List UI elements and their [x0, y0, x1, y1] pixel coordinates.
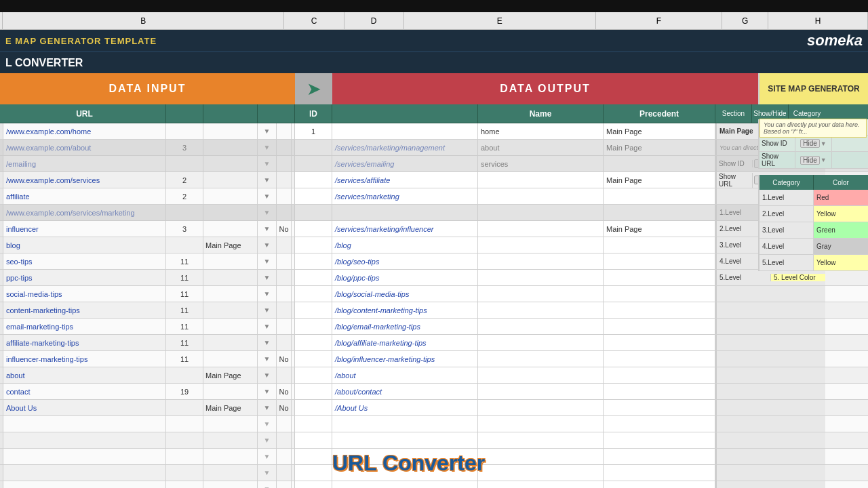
cell-parent[interactable] [203, 123, 258, 139]
cell-dropdown1[interactable]: ▼ [258, 253, 277, 269]
cell-dropdown1[interactable]: ▼ [258, 123, 277, 139]
cell-precedent [604, 270, 715, 285]
cell-id [295, 319, 332, 334]
table-row: social-media-tips 11 ▼ /blog/social-medi… [0, 286, 868, 302]
cell-num: 19 [166, 384, 203, 399]
cell-out-url: /services/emailing [332, 156, 478, 171]
cell-dropdown1[interactable]: ▼ [258, 384, 277, 399]
col-out-url-header [332, 104, 478, 123]
cell-dropdown1[interactable]: ▼ [258, 400, 277, 415]
col-precedent-header: Precedent [604, 104, 715, 123]
cell-no [277, 302, 292, 318]
cell-url[interactable]: affiliate-marketing-tips [3, 335, 166, 350]
cell-name [478, 400, 604, 415]
cell-parent[interactable]: Main Page [203, 237, 258, 253]
col-id-header: ID [295, 104, 332, 123]
cell-name [478, 384, 604, 399]
cell-url[interactable]: influencer [3, 221, 166, 237]
cell-id [295, 140, 332, 155]
cell-dropdown1[interactable]: ▼ [258, 172, 277, 188]
cell-parent[interactable] [203, 351, 258, 367]
cell-parent[interactable] [203, 270, 258, 285]
cell-parent[interactable]: Main Page [203, 367, 258, 383]
cell-parent[interactable] [203, 221, 258, 237]
data-output-header: DATA OUTPUT [332, 73, 758, 104]
note-overlay: You can directly put your data here. Bas… [760, 119, 867, 138]
cell-dropdown1[interactable]: ▼ [258, 367, 277, 383]
cell-num [166, 237, 203, 253]
cell-url[interactable]: /www.example.com/services [3, 172, 166, 188]
cell-parent[interactable] [203, 172, 258, 188]
cell-name [478, 319, 604, 334]
cell-parent[interactable] [203, 253, 258, 269]
cell-dropdown1[interactable]: ▼ [258, 302, 277, 318]
cell-dropdown1[interactable]: ▼ [258, 286, 277, 302]
cell-precedent [604, 335, 715, 350]
cell-name [478, 351, 604, 367]
cell-out-url: /blog/influencer-marketing-tips [332, 351, 478, 367]
settings-panel-cell: 5.Level 5. Level Color [715, 270, 825, 285]
cell-parent[interactable] [203, 205, 258, 220]
cell-precedent: Main Page [604, 123, 715, 139]
cell-url[interactable]: contact [3, 384, 166, 399]
cell-parent[interactable] [203, 302, 258, 318]
empty-row: ▼ [0, 416, 868, 432]
cell-dropdown1[interactable]: ▼ [258, 188, 277, 204]
cell-url[interactable]: affiliate [3, 188, 166, 204]
cell-parent[interactable]: Main Page [203, 400, 258, 415]
cell-url[interactable]: about [3, 367, 166, 383]
cell-dropdown1[interactable]: ▼ [258, 270, 277, 285]
cell-dropdown1[interactable]: ▼ [258, 140, 277, 155]
cell-num [166, 123, 203, 139]
cell-num: 2 [166, 172, 203, 188]
cell-url[interactable]: blog [3, 237, 166, 253]
cell-url[interactable]: influencer-marketing-tips [3, 351, 166, 367]
cell-precedent [604, 384, 715, 399]
cell-parent[interactable] [203, 335, 258, 350]
table-row: affiliate 2 ▼ /services/marketing [0, 188, 868, 205]
cell-parent[interactable] [203, 384, 258, 399]
cell-dropdown1[interactable]: ▼ [258, 335, 277, 350]
cell-url[interactable]: /www.example.com/services/marketing [3, 205, 166, 220]
table-row: /www.example.com/home ▼ 1 home Main Page… [0, 123, 868, 140]
cell-dropdown1[interactable]: ▼ [258, 156, 277, 171]
cell-parent[interactable] [203, 140, 258, 155]
cell-url[interactable]: content-marketing-tips [3, 302, 166, 318]
cell-url[interactable]: /emailing [3, 156, 166, 171]
cell-parent[interactable] [203, 188, 258, 204]
cell-precedent [604, 188, 715, 204]
cell-dropdown1[interactable]: ▼ [258, 351, 277, 367]
app-title: E MAP GENERATOR TEMPLATE [5, 36, 157, 46]
cell-id [295, 286, 332, 302]
table-body: /www.example.com/home ▼ 1 home Main Page… [0, 123, 868, 488]
cell-name [478, 253, 604, 269]
cell-url[interactable]: social-media-tips [3, 286, 166, 302]
cell-parent[interactable] [203, 286, 258, 302]
cell-name [478, 188, 604, 204]
cell-no: No [277, 351, 292, 367]
cell-out-url: /blog/affiliate-marketing-tips [332, 335, 478, 350]
cell-url[interactable]: About Us [3, 400, 166, 415]
cell-id [295, 188, 332, 204]
cell-name: about [478, 140, 604, 155]
col-header-d: D [344, 12, 404, 29]
cell-dropdown1[interactable]: ▼ [258, 221, 277, 237]
cell-url[interactable]: /www.example.com/about [3, 140, 166, 155]
cell-dropdown1[interactable]: ▼ [258, 319, 277, 334]
cell-url[interactable]: email-marketing-tips [3, 319, 166, 334]
cell-name [478, 286, 604, 302]
cell-parent[interactable] [203, 319, 258, 334]
cell-dropdown1[interactable]: ▼ [258, 205, 277, 220]
cell-url[interactable]: ppc-tips [3, 270, 166, 285]
cell-precedent [604, 286, 715, 302]
cell-out-url: /blog/seo-tips [332, 253, 478, 269]
cell-url[interactable]: seo-tips [3, 253, 166, 269]
section-headers: DATA INPUT ➤ DATA OUTPUT SITE MAP GENERA… [0, 73, 868, 104]
cell-parent[interactable] [203, 156, 258, 171]
cell-id [295, 335, 332, 350]
cell-dropdown1[interactable]: ▼ [258, 237, 277, 253]
empty-row: ▼ [0, 481, 868, 488]
cell-url[interactable]: /www.example.com/home [3, 123, 166, 139]
cell-num: 3 [166, 140, 203, 155]
table-row: About Us Main Page ▼ No /About Us [0, 400, 868, 416]
